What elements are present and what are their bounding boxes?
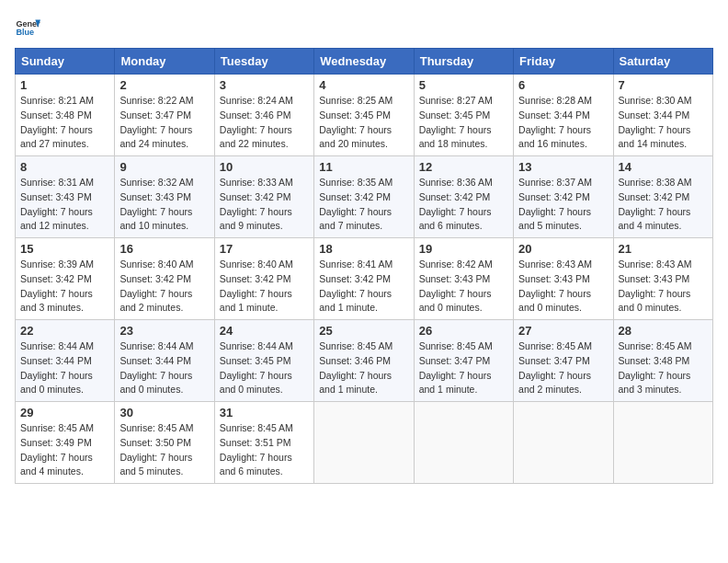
calendar-cell: 15 Sunrise: 8:39 AM Sunset: 3:42 PM Dayl… xyxy=(16,238,115,320)
logo-icon: General Blue xyxy=(15,15,40,40)
calendar-week-row: 1 Sunrise: 8:21 AM Sunset: 3:48 PM Dayli… xyxy=(16,75,713,156)
day-number: 24 xyxy=(220,324,309,338)
calendar-cell xyxy=(514,402,613,484)
day-number: 19 xyxy=(419,242,508,256)
day-info: Sunrise: 8:38 AM Sunset: 3:42 PM Dayligh… xyxy=(619,176,708,234)
calendar-cell: 5 Sunrise: 8:27 AM Sunset: 3:45 PM Dayli… xyxy=(414,75,513,156)
calendar-cell: 16 Sunrise: 8:40 AM Sunset: 3:42 PM Dayl… xyxy=(115,238,214,320)
day-info: Sunrise: 8:28 AM Sunset: 3:44 PM Dayligh… xyxy=(518,94,608,152)
calendar-cell: 29 Sunrise: 8:45 AM Sunset: 3:49 PM Dayl… xyxy=(16,402,115,484)
calendar-cell: 2 Sunrise: 8:22 AM Sunset: 3:47 PM Dayli… xyxy=(115,75,214,156)
day-info: Sunrise: 8:24 AM Sunset: 3:46 PM Dayligh… xyxy=(220,94,309,152)
calendar-cell: 20 Sunrise: 8:43 AM Sunset: 3:43 PM Dayl… xyxy=(514,238,613,320)
day-info: Sunrise: 8:27 AM Sunset: 3:45 PM Dayligh… xyxy=(419,94,508,152)
day-info: Sunrise: 8:22 AM Sunset: 3:47 PM Dayligh… xyxy=(119,94,209,152)
calendar-week-row: 22 Sunrise: 8:44 AM Sunset: 3:44 PM Dayl… xyxy=(16,320,713,402)
calendar-cell: 4 Sunrise: 8:25 AM Sunset: 3:45 PM Dayli… xyxy=(314,75,414,156)
day-number: 6 xyxy=(518,78,608,92)
day-info: Sunrise: 8:44 AM Sunset: 3:44 PM Dayligh… xyxy=(119,339,209,397)
calendar-header-row: SundayMondayTuesdayWednesdayThursdayFrid… xyxy=(16,49,713,75)
calendar-cell: 11 Sunrise: 8:35 AM Sunset: 3:42 PM Dayl… xyxy=(314,156,414,238)
weekday-header-thursday: Thursday xyxy=(414,49,513,75)
day-number: 7 xyxy=(619,78,708,92)
weekday-header-sunday: Sunday xyxy=(16,49,115,75)
day-info: Sunrise: 8:36 AM Sunset: 3:42 PM Dayligh… xyxy=(419,176,508,234)
calendar-cell: 23 Sunrise: 8:44 AM Sunset: 3:44 PM Dayl… xyxy=(115,320,214,402)
day-number: 14 xyxy=(619,160,708,174)
day-info: Sunrise: 8:31 AM Sunset: 3:43 PM Dayligh… xyxy=(20,176,109,234)
calendar-cell xyxy=(414,402,513,484)
day-info: Sunrise: 8:30 AM Sunset: 3:44 PM Dayligh… xyxy=(619,94,708,152)
calendar-cell: 26 Sunrise: 8:45 AM Sunset: 3:47 PM Dayl… xyxy=(414,320,513,402)
day-number: 5 xyxy=(419,78,508,92)
day-info: Sunrise: 8:45 AM Sunset: 3:47 PM Dayligh… xyxy=(518,339,608,397)
day-number: 13 xyxy=(518,160,608,174)
calendar-cell: 31 Sunrise: 8:45 AM Sunset: 3:51 PM Dayl… xyxy=(214,402,313,484)
logo: General Blue xyxy=(15,15,40,40)
day-info: Sunrise: 8:45 AM Sunset: 3:47 PM Dayligh… xyxy=(419,339,508,397)
day-info: Sunrise: 8:21 AM Sunset: 3:48 PM Dayligh… xyxy=(20,94,109,152)
calendar-cell: 6 Sunrise: 8:28 AM Sunset: 3:44 PM Dayli… xyxy=(514,75,613,156)
day-info: Sunrise: 8:45 AM Sunset: 3:48 PM Dayligh… xyxy=(619,339,708,397)
day-number: 21 xyxy=(619,242,708,256)
calendar-cell: 1 Sunrise: 8:21 AM Sunset: 3:48 PM Dayli… xyxy=(16,75,115,156)
weekday-header-wednesday: Wednesday xyxy=(314,49,414,75)
day-number: 9 xyxy=(119,160,209,174)
weekday-header-friday: Friday xyxy=(514,49,613,75)
day-number: 31 xyxy=(220,406,309,419)
calendar-cell: 9 Sunrise: 8:32 AM Sunset: 3:43 PM Dayli… xyxy=(115,156,214,238)
day-number: 12 xyxy=(419,160,508,174)
day-number: 1 xyxy=(20,78,109,92)
calendar-cell: 13 Sunrise: 8:37 AM Sunset: 3:42 PM Dayl… xyxy=(514,156,613,238)
day-number: 17 xyxy=(220,242,309,256)
day-info: Sunrise: 8:44 AM Sunset: 3:45 PM Dayligh… xyxy=(220,339,309,397)
calendar-cell: 14 Sunrise: 8:38 AM Sunset: 3:42 PM Dayl… xyxy=(613,156,712,238)
day-number: 18 xyxy=(319,242,408,256)
day-number: 20 xyxy=(518,242,608,256)
day-number: 26 xyxy=(419,324,508,338)
day-info: Sunrise: 8:44 AM Sunset: 3:44 PM Dayligh… xyxy=(20,339,109,397)
calendar-cell: 12 Sunrise: 8:36 AM Sunset: 3:42 PM Dayl… xyxy=(414,156,513,238)
calendar-body: 1 Sunrise: 8:21 AM Sunset: 3:48 PM Dayli… xyxy=(16,75,713,484)
day-info: Sunrise: 8:41 AM Sunset: 3:42 PM Dayligh… xyxy=(319,258,408,316)
day-info: Sunrise: 8:39 AM Sunset: 3:42 PM Dayligh… xyxy=(20,258,109,316)
day-info: Sunrise: 8:32 AM Sunset: 3:43 PM Dayligh… xyxy=(119,176,209,234)
day-number: 25 xyxy=(319,324,408,338)
day-number: 16 xyxy=(119,242,209,256)
day-number: 15 xyxy=(20,242,109,256)
weekday-header-tuesday: Tuesday xyxy=(214,49,313,75)
day-number: 27 xyxy=(518,324,608,338)
calendar-cell: 30 Sunrise: 8:45 AM Sunset: 3:50 PM Dayl… xyxy=(115,402,214,484)
day-number: 28 xyxy=(619,324,708,338)
day-number: 4 xyxy=(319,78,408,92)
day-number: 8 xyxy=(20,160,109,174)
day-info: Sunrise: 8:43 AM Sunset: 3:43 PM Dayligh… xyxy=(619,258,708,316)
calendar-cell: 10 Sunrise: 8:33 AM Sunset: 3:42 PM Dayl… xyxy=(214,156,313,238)
calendar-cell: 19 Sunrise: 8:42 AM Sunset: 3:43 PM Dayl… xyxy=(414,238,513,320)
calendar-cell xyxy=(314,402,414,484)
day-info: Sunrise: 8:45 AM Sunset: 3:51 PM Dayligh… xyxy=(220,421,309,479)
day-number: 29 xyxy=(20,406,109,419)
calendar-cell: 8 Sunrise: 8:31 AM Sunset: 3:43 PM Dayli… xyxy=(16,156,115,238)
day-info: Sunrise: 8:25 AM Sunset: 3:45 PM Dayligh… xyxy=(319,94,408,152)
day-number: 22 xyxy=(20,324,109,338)
calendar-cell: 3 Sunrise: 8:24 AM Sunset: 3:46 PM Dayli… xyxy=(214,75,313,156)
calendar-cell: 28 Sunrise: 8:45 AM Sunset: 3:48 PM Dayl… xyxy=(613,320,712,402)
svg-text:Blue: Blue xyxy=(16,28,34,37)
day-number: 30 xyxy=(119,406,209,419)
day-info: Sunrise: 8:37 AM Sunset: 3:42 PM Dayligh… xyxy=(518,176,608,234)
weekday-header-monday: Monday xyxy=(115,49,214,75)
day-info: Sunrise: 8:40 AM Sunset: 3:42 PM Dayligh… xyxy=(119,258,209,316)
day-info: Sunrise: 8:42 AM Sunset: 3:43 PM Dayligh… xyxy=(419,258,508,316)
day-number: 2 xyxy=(119,78,209,92)
weekday-header-saturday: Saturday xyxy=(613,49,712,75)
calendar-cell: 27 Sunrise: 8:45 AM Sunset: 3:47 PM Dayl… xyxy=(514,320,613,402)
day-number: 11 xyxy=(319,160,408,174)
calendar-cell: 25 Sunrise: 8:45 AM Sunset: 3:46 PM Dayl… xyxy=(314,320,414,402)
calendar-cell: 22 Sunrise: 8:44 AM Sunset: 3:44 PM Dayl… xyxy=(16,320,115,402)
calendar-cell: 17 Sunrise: 8:40 AM Sunset: 3:42 PM Dayl… xyxy=(214,238,313,320)
calendar-table: SundayMondayTuesdayWednesdayThursdayFrid… xyxy=(15,48,713,484)
day-number: 3 xyxy=(220,78,309,92)
calendar-cell: 18 Sunrise: 8:41 AM Sunset: 3:42 PM Dayl… xyxy=(314,238,414,320)
calendar-cell: 24 Sunrise: 8:44 AM Sunset: 3:45 PM Dayl… xyxy=(214,320,313,402)
